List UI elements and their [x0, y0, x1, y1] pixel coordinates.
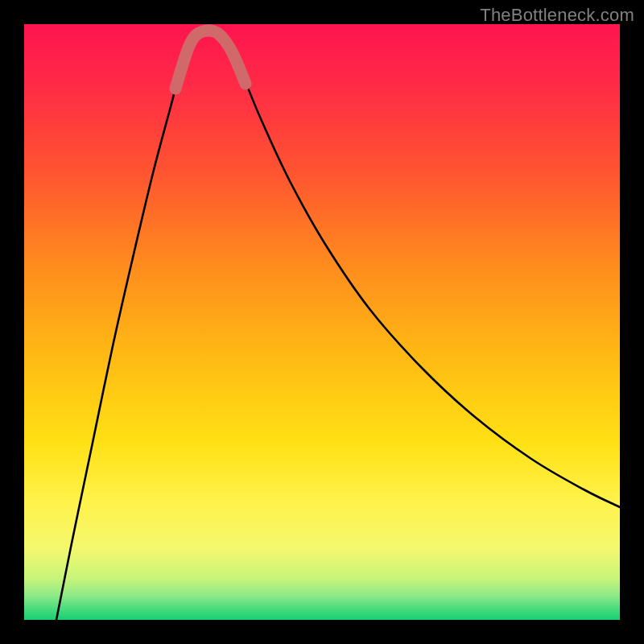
plot-area [24, 24, 620, 620]
highlight-segment [175, 31, 246, 89]
attribution-text: TheBottleneck.com [480, 5, 634, 26]
chart-frame: TheBottleneck.com [0, 0, 644, 644]
bottleneck-curve [56, 31, 620, 620]
curve-layer [24, 24, 620, 620]
